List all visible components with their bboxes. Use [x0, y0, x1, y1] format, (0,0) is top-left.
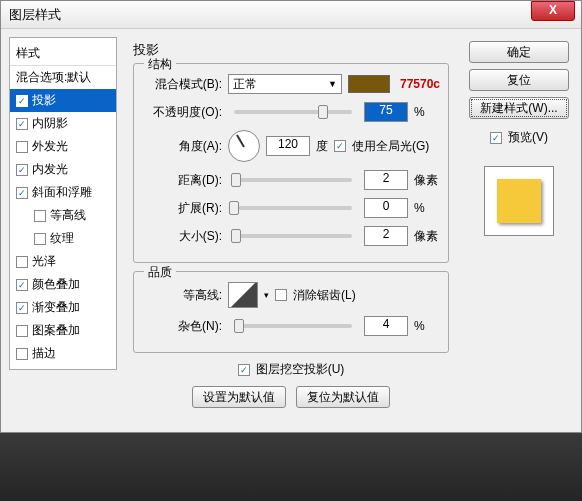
style-item-7[interactable]: 纹理: [10, 227, 116, 250]
contour-picker[interactable]: [228, 282, 258, 308]
style-checkbox[interactable]: [16, 141, 28, 153]
style-checkbox[interactable]: [16, 187, 28, 199]
style-label: 投影: [32, 92, 56, 109]
style-label: 内阴影: [32, 115, 68, 132]
structure-group: 结构 混合模式(B): 正常 ▼ 77570c 不透明度(O): 75: [133, 63, 449, 263]
noise-slider[interactable]: [234, 324, 352, 328]
distance-input[interactable]: 2: [364, 170, 408, 190]
spread-label: 扩展(R):: [142, 200, 222, 217]
quality-legend: 品质: [144, 264, 176, 281]
antialias-label: 消除锯齿(L): [293, 287, 356, 304]
styles-panel: 样式 混合选项:默认投影内阴影外发光内发光斜面和浮雕等高线纹理光泽颜色叠加渐变叠…: [9, 37, 117, 424]
style-item-2[interactable]: 内阴影: [10, 112, 116, 135]
quality-group: 品质 等高线: ▾ 消除锯齿(L) 杂色(N): 4 %: [133, 271, 449, 353]
style-checkbox[interactable]: [16, 164, 28, 176]
style-label: 等高线: [50, 207, 86, 224]
noise-input[interactable]: 4: [364, 316, 408, 336]
spread-input[interactable]: 0: [364, 198, 408, 218]
reset-default-button[interactable]: 复位为默认值: [296, 386, 390, 408]
page-footer: PS 学堂 WWW.52PSXT.COM: [0, 433, 582, 501]
contour-label: 等高线:: [142, 287, 222, 304]
style-checkbox[interactable]: [16, 325, 28, 337]
style-item-3[interactable]: 外发光: [10, 135, 116, 158]
style-label: 颜色叠加: [32, 276, 80, 293]
style-checkbox[interactable]: [16, 118, 28, 130]
style-checkbox[interactable]: [16, 302, 28, 314]
opacity-label: 不透明度(O):: [142, 104, 222, 121]
style-label: 图案叠加: [32, 322, 80, 339]
global-light-checkbox[interactable]: [334, 140, 346, 152]
size-label: 大小(S):: [142, 228, 222, 245]
preview-swatch: [484, 166, 554, 236]
window-title: 图层样式: [9, 6, 61, 24]
set-default-button[interactable]: 设置为默认值: [192, 386, 286, 408]
ok-button[interactable]: 确定: [469, 41, 569, 63]
style-item-0[interactable]: 混合选项:默认: [10, 66, 116, 89]
angle-dial[interactable]: [228, 130, 260, 162]
size-input[interactable]: 2: [364, 226, 408, 246]
opacity-input[interactable]: 75: [364, 102, 408, 122]
style-label: 光泽: [32, 253, 56, 270]
angle-input[interactable]: 120: [266, 136, 310, 156]
shadow-color-swatch[interactable]: [348, 75, 390, 93]
color-hex-note: 77570c: [400, 77, 440, 91]
style-checkbox[interactable]: [16, 279, 28, 291]
new-style-button[interactable]: 新建样式(W)...: [469, 97, 569, 119]
size-slider[interactable]: [234, 234, 352, 238]
style-item-9[interactable]: 颜色叠加: [10, 273, 116, 296]
noise-label: 杂色(N):: [142, 318, 222, 335]
layer-style-dialog: 图层样式 X 样式 混合选项:默认投影内阴影外发光内发光斜面和浮雕等高线纹理光泽…: [0, 0, 582, 433]
spread-slider[interactable]: [234, 206, 352, 210]
opacity-slider[interactable]: [234, 110, 352, 114]
angle-label: 角度(A):: [142, 138, 222, 155]
style-item-8[interactable]: 光泽: [10, 250, 116, 273]
settings-panel: 投影 结构 混合模式(B): 正常 ▼ 77570c 不透明度(O):: [125, 37, 457, 424]
cancel-button[interactable]: 复位: [469, 69, 569, 91]
distance-slider[interactable]: [234, 178, 352, 182]
knockout-label: 图层挖空投影(U): [256, 361, 345, 378]
style-checkbox[interactable]: [16, 348, 28, 360]
preview-thumbnail: [497, 179, 541, 223]
panel-title: 投影: [133, 41, 449, 59]
style-label: 斜面和浮雕: [32, 184, 92, 201]
style-item-12[interactable]: 描边: [10, 342, 116, 365]
style-label: 内发光: [32, 161, 68, 178]
style-label: 混合选项:默认: [16, 69, 91, 86]
preview-checkbox[interactable]: [490, 132, 502, 144]
close-button[interactable]: X: [531, 1, 575, 21]
distance-label: 距离(D):: [142, 172, 222, 189]
right-panel: 确定 复位 新建样式(W)... 预览(V): [465, 37, 573, 424]
style-item-6[interactable]: 等高线: [10, 204, 116, 227]
antialias-checkbox[interactable]: [275, 289, 287, 301]
knockout-checkbox[interactable]: [238, 364, 250, 376]
style-label: 渐变叠加: [32, 299, 80, 316]
style-label: 描边: [32, 345, 56, 362]
style-label: 纹理: [50, 230, 74, 247]
style-item-11[interactable]: 图案叠加: [10, 319, 116, 342]
blend-mode-label: 混合模式(B):: [142, 76, 222, 93]
style-item-5[interactable]: 斜面和浮雕: [10, 181, 116, 204]
styles-header: 样式: [10, 42, 116, 66]
style-checkbox[interactable]: [34, 233, 46, 245]
style-checkbox[interactable]: [16, 256, 28, 268]
titlebar: 图层样式 X: [1, 1, 581, 29]
style-checkbox[interactable]: [34, 210, 46, 222]
chevron-down-icon[interactable]: ▾: [264, 290, 269, 300]
style-item-4[interactable]: 内发光: [10, 158, 116, 181]
style-checkbox[interactable]: [16, 95, 28, 107]
global-light-label: 使用全局光(G): [352, 138, 429, 155]
blend-mode-select[interactable]: 正常 ▼: [228, 74, 342, 94]
style-item-1[interactable]: 投影: [10, 89, 116, 112]
style-label: 外发光: [32, 138, 68, 155]
preview-label: 预览(V): [508, 129, 548, 146]
chevron-down-icon: ▼: [328, 79, 337, 89]
structure-legend: 结构: [144, 56, 176, 73]
style-item-10[interactable]: 渐变叠加: [10, 296, 116, 319]
